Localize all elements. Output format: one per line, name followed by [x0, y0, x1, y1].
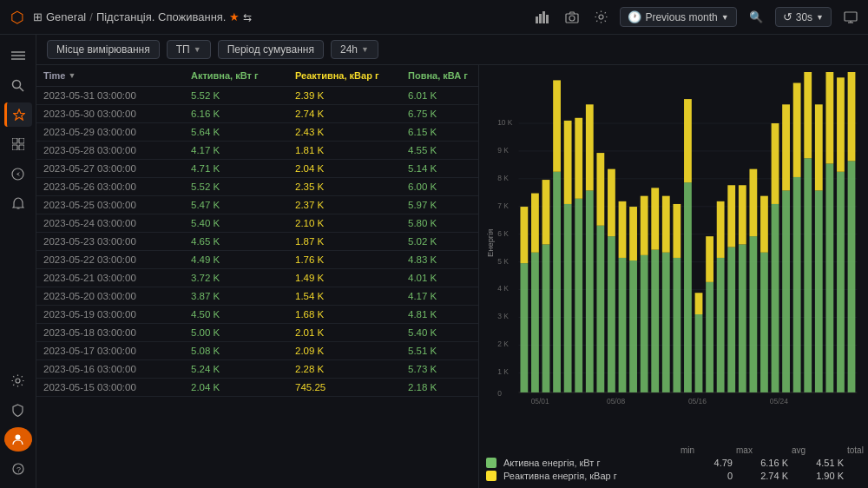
table-row: 2023-05-16 03:00:00 5.24 K 2.28 K 5.73 K [36, 360, 478, 379]
table-row: 2023-05-22 03:00:00 4.49 K 1.76 K 4.83 K [36, 251, 478, 269]
legend-total-header: total [847, 445, 868, 455]
clock-icon: 🕐 [628, 10, 641, 23]
cell-full: 6.75 K [408, 109, 478, 119]
tp-filter-button[interactable]: ТП ▼ [167, 40, 211, 59]
interval-chevron-icon: ▼ [361, 45, 369, 54]
legend-min-val: 0 [681, 471, 733, 481]
cell-reactive: 2.04 K [295, 163, 408, 174]
svg-rect-84 [706, 282, 713, 392]
cell-active: 4.71 K [191, 163, 295, 174]
star-icon[interactable]: ★ [229, 10, 240, 23]
sidebar-item-help[interactable]: ? [4, 457, 32, 481]
sidebar-item-shield[interactable] [4, 398, 32, 422]
cell-active: 5.00 K [191, 327, 295, 338]
svg-rect-105 [815, 104, 823, 190]
svg-text:2 K: 2 K [497, 340, 509, 348]
breadcrumb-root[interactable]: General [46, 10, 86, 23]
cell-full: 6.00 K [408, 181, 478, 192]
table-row: 2023-05-31 03:00:00 5.52 K 2.39 K 6.01 K [36, 87, 478, 105]
svg-rect-89 [727, 185, 735, 247]
svg-rect-86 [717, 258, 725, 392]
svg-rect-55 [542, 180, 550, 244]
cell-active: 6.16 K [191, 109, 295, 119]
svg-rect-97 [772, 123, 779, 204]
refresh-button[interactable]: ↺ 30s ▼ [775, 7, 832, 27]
tp-filter-label: ТП [176, 43, 190, 56]
cell-full: 4.17 K [408, 291, 478, 301]
chart-area: 10 K 9 K 8 K 7 K 6 K 5 K 4 K 3 K 2 K 1 K… [486, 72, 861, 442]
svg-text:6 K: 6 K [497, 229, 509, 238]
svg-rect-79 [673, 204, 681, 258]
breadcrumb: ⊞ General / Підстанція. Споживання. ★ ⇆ [33, 10, 252, 23]
svg-rect-70 [629, 260, 637, 392]
svg-rect-101 [793, 82, 801, 176]
svg-marker-15 [14, 109, 25, 120]
tv-icon [844, 11, 858, 23]
legend-avg-val: 1.90 K [792, 471, 844, 481]
gear-icon [595, 10, 608, 23]
legend-max-val: 6.16 K [736, 458, 788, 468]
svg-rect-50 [520, 263, 528, 392]
svg-rect-103 [804, 72, 812, 158]
legend-total-val: 60.7 K [847, 471, 868, 481]
cell-time: 2023-05-16 03:00:00 [43, 364, 191, 374]
svg-rect-100 [793, 177, 801, 392]
logo-icon: ⬡ [10, 8, 24, 27]
period-filter-button[interactable]: Період сумування [218, 40, 324, 59]
legend-header-row: min max avg total [486, 445, 861, 455]
sidebar-item-alerts[interactable] [4, 191, 32, 215]
cell-time: 2023-05-31 03:00:00 [43, 90, 191, 101]
settings-button[interactable] [591, 9, 611, 25]
cell-full: 6.01 K [408, 90, 478, 101]
table-row: 2023-05-25 03:00:00 5.47 K 2.37 K 5.97 K [36, 196, 478, 214]
svg-rect-111 [848, 72, 856, 161]
chart-view-button[interactable] [532, 10, 553, 25]
bar-chart-svg: 10 K 9 K 8 K 7 K 6 K 5 K 4 K 3 K 2 K 1 K… [486, 72, 861, 442]
svg-rect-64 [596, 226, 604, 392]
sidebar-item-config[interactable] [4, 368, 32, 392]
camera-button[interactable] [562, 10, 582, 25]
logo-button[interactable]: ⬡ [7, 6, 28, 29]
legend-max-header: max [736, 445, 788, 455]
svg-line-14 [20, 87, 24, 91]
sidebar-item-dashboards[interactable] [4, 132, 32, 156]
table-row: 2023-05-15 03:00:00 2.04 K 745.25 2.18 K [36, 379, 478, 397]
cell-reactive: 2.37 K [295, 200, 408, 210]
time-range-button[interactable]: 🕐 Previous month ▼ [620, 7, 736, 27]
cell-active: 4.17 K [191, 145, 295, 155]
svg-rect-58 [564, 204, 572, 392]
cell-full: 5.51 K [408, 346, 478, 356]
table-row: 2023-05-18 03:00:00 5.00 K 2.01 K 5.40 K [36, 324, 478, 342]
tv-button[interactable] [840, 10, 861, 25]
sidebar-item-search[interactable] [4, 73, 32, 97]
cell-time: 2023-05-23 03:00:00 [43, 236, 191, 247]
cell-active: 5.47 K [191, 200, 295, 210]
sidebar-item-explore[interactable] [4, 162, 32, 186]
panel-area: Time ▼ Активна, кВт г Реактивна, кВар г … [36, 65, 868, 488]
cell-reactive: 2.10 K [295, 218, 408, 228]
svg-rect-69 [619, 201, 627, 258]
chart-legend: min max avg total Активна енергія, кВт г… [486, 445, 861, 481]
svg-rect-62 [586, 190, 594, 392]
refresh-icon: ↺ [783, 10, 792, 23]
cell-active: 5.40 K [191, 218, 295, 228]
svg-rect-99 [782, 104, 790, 190]
cell-active: 3.87 K [191, 291, 295, 301]
chevron-down-icon: ▼ [721, 13, 729, 22]
sidebar-item-menu[interactable] [4, 43, 32, 68]
share-icon[interactable]: ⇆ [243, 11, 252, 23]
zoom-out-button[interactable]: 🔍 [746, 9, 766, 25]
sidebar-item-user[interactable] [4, 427, 32, 452]
svg-rect-102 [804, 158, 812, 392]
location-filter-button[interactable]: Місце вимірювання [47, 40, 160, 59]
sidebar-item-starred[interactable] [4, 102, 32, 127]
svg-point-5 [569, 16, 575, 21]
svg-rect-77 [662, 196, 670, 253]
cell-time: 2023-05-26 03:00:00 [43, 181, 191, 192]
cell-reactive: 2.39 K [295, 90, 408, 101]
location-filter-label: Місце вимірювання [56, 43, 150, 56]
interval-filter-button[interactable]: 24h ▼ [331, 40, 378, 59]
svg-rect-59 [564, 121, 572, 204]
cell-full: 5.40 K [408, 327, 478, 338]
col-time: Time ▼ [43, 70, 191, 81]
